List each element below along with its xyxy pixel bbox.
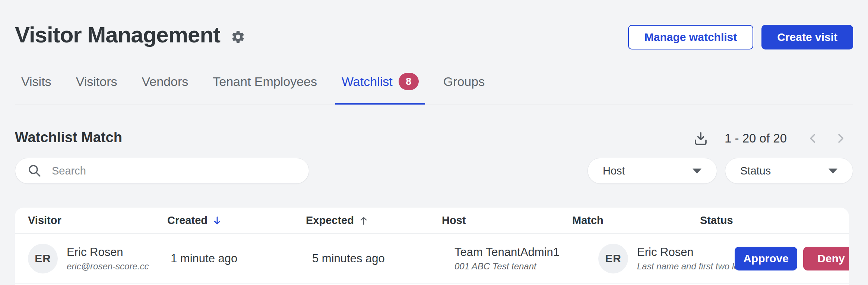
tab-label: Groups <box>443 74 485 89</box>
manage-watchlist-button[interactable]: Manage watchlist <box>628 25 753 49</box>
tab-watchlist[interactable]: Watchlist 8 <box>335 69 425 105</box>
page-header: Visitor Management <box>15 21 245 49</box>
chevron-down-icon <box>828 168 838 174</box>
tab-visits[interactable]: Visits <box>15 69 58 105</box>
host-cell: Team TenantAdmin1 001 ABC Test tenant <box>442 245 572 272</box>
search-box[interactable] <box>15 158 309 184</box>
status-cell: Approve Deny <box>700 247 849 270</box>
deny-button[interactable]: Deny <box>803 247 849 270</box>
chevron-right-icon <box>834 132 846 144</box>
settings-button[interactable] <box>231 29 245 44</box>
tab-visitors[interactable]: Visitors <box>70 69 124 105</box>
tab-label: Vendors <box>142 74 188 89</box>
status-filter-label: Status <box>740 165 771 177</box>
search-icon <box>27 163 42 178</box>
tab-label: Watchlist <box>342 74 393 89</box>
status-filter[interactable]: Status <box>725 158 853 184</box>
tab-label: Visits <box>21 74 51 89</box>
visitor-email: eric@rosen-score.cc <box>67 261 149 272</box>
chevron-left-icon <box>807 132 819 144</box>
chevron-down-icon <box>692 168 702 174</box>
column-header-created[interactable]: Created <box>167 214 306 227</box>
visitor-management-page: Visitor Management Manage watchlist Crea… <box>0 0 868 285</box>
column-header-expected[interactable]: Expected <box>306 214 442 227</box>
tab-vendors[interactable]: Vendors <box>135 69 194 105</box>
tab-tenant-employees[interactable]: Tenant Employees <box>206 69 323 105</box>
match-avatar: ER <box>598 244 628 273</box>
host-filter-label: Host <box>603 165 625 177</box>
list-controls: 1 - 20 of 20 <box>693 129 849 148</box>
download-button[interactable] <box>693 130 709 147</box>
sort-asc-icon <box>358 215 369 226</box>
host-filter[interactable]: Host <box>587 158 717 184</box>
tab-groups[interactable]: Groups <box>437 69 491 105</box>
column-header-host: Host <box>442 214 572 227</box>
tab-label: Tenant Employees <box>213 74 317 89</box>
host-tenant: 001 ABC Test tenant <box>454 261 572 272</box>
header-actions: Manage watchlist Create visit <box>628 25 853 49</box>
table-header-row: Visitor Created Expected Host Match Stat… <box>15 208 849 234</box>
pagination-range-label: 1 - 20 of 20 <box>725 131 787 145</box>
created-value: 1 minute ago <box>167 252 306 265</box>
column-header-match: Match <box>572 214 700 227</box>
visitor-avatar: ER <box>28 244 58 273</box>
tab-bar: Visits Visitors Vendors Tenant Employees… <box>15 69 853 105</box>
column-header-visitor: Visitor <box>28 214 167 227</box>
tab-label: Visitors <box>76 74 117 89</box>
expected-value: 5 minutes ago <box>306 252 442 265</box>
page-title: Visitor Management <box>15 21 220 49</box>
approve-button[interactable]: Approve <box>735 247 797 270</box>
download-icon <box>693 130 709 147</box>
watchlist-table: Visitor Created Expected Host Match Stat… <box>15 208 849 285</box>
table-row: ER Eric Rosen eric@rosen-score.cc 1 minu… <box>15 234 849 284</box>
next-page-button[interactable] <box>831 129 849 147</box>
visitor-cell: ER Eric Rosen eric@rosen-score.cc <box>28 244 167 273</box>
sort-desc-icon <box>212 215 222 226</box>
watchlist-count-badge: 8 <box>399 73 419 90</box>
visitor-name: Eric Rosen <box>67 245 149 259</box>
create-visit-button[interactable]: Create visit <box>761 25 853 49</box>
prev-page-button[interactable] <box>804 129 822 147</box>
search-input[interactable] <box>51 164 297 177</box>
watchlist-match-heading: Watchlist Match <box>15 129 122 145</box>
host-name: Team TenantAdmin1 <box>454 245 572 259</box>
column-header-status: Status <box>700 214 849 227</box>
gear-icon <box>231 29 245 44</box>
match-cell: ER Eric Rosen Last name and first two le… <box>572 244 700 273</box>
